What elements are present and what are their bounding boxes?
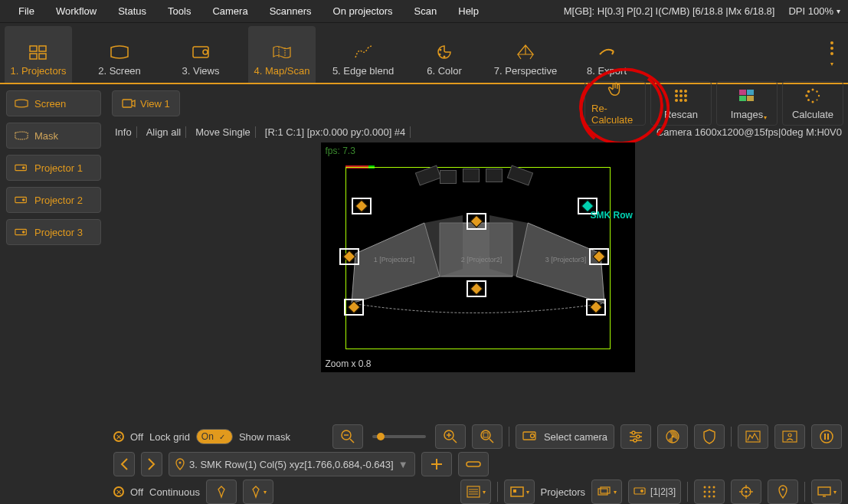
- view-tab-1[interactable]: View 1: [112, 90, 180, 116]
- tab-color[interactable]: 6. Color: [411, 26, 478, 83]
- svg-point-32: [817, 99, 818, 100]
- grid-dots-button[interactable]: [694, 479, 725, 504]
- svg-rect-1: [39, 46, 46, 51]
- menu-scan[interactable]: Scan: [404, 5, 448, 17]
- shield-button[interactable]: [694, 424, 725, 449]
- svg-point-57: [637, 435, 640, 438]
- menu-scanners[interactable]: Scanners: [259, 5, 323, 17]
- menu-tools[interactable]: Tools: [157, 5, 201, 17]
- showmask-label: Show mask: [239, 431, 290, 443]
- rescan-button[interactable]: Rescan: [650, 81, 712, 126]
- more-dot-icon: [830, 47, 833, 50]
- list-button[interactable]: ▾: [460, 479, 491, 504]
- menu-help[interactable]: Help: [447, 5, 489, 17]
- svg-rect-3: [39, 54, 46, 59]
- select-camera-label: Select camera: [544, 431, 607, 443]
- toggle-off-icon[interactable]: ✕: [113, 486, 124, 497]
- histogram-button[interactable]: [738, 424, 768, 449]
- calculate-button[interactable]: Calculate: [782, 81, 843, 126]
- pin-tool-button[interactable]: [206, 479, 237, 504]
- hazard-button[interactable]: [657, 424, 688, 449]
- sidebar-item-projector-1[interactable]: Projector 1: [6, 155, 101, 181]
- zoom-slider[interactable]: [372, 435, 426, 438]
- views-icon: [190, 44, 211, 61]
- navpoint-dropdown[interactable]: 3. SMK Row(1) Col(5) xyz[1.766,0.684,-0.…: [169, 452, 415, 476]
- frame-button[interactable]: ▾: [504, 479, 535, 504]
- tab-perspective[interactable]: 7. Perspective: [492, 26, 559, 83]
- edgeblend-icon: [352, 44, 374, 61]
- tab-label: 3. Views: [182, 65, 220, 77]
- tab-screen[interactable]: 2. Screen: [86, 26, 153, 83]
- svg-point-83: [709, 486, 711, 489]
- svg-point-53: [530, 434, 534, 438]
- align-all-button[interactable]: Align all: [142, 126, 187, 138]
- tab-views[interactable]: 3. Views: [167, 26, 234, 83]
- target-button[interactable]: [731, 479, 761, 504]
- sidebar-item-screen[interactable]: Screen: [6, 90, 101, 116]
- pin-tool-dropdown[interactable]: ▾: [243, 479, 273, 504]
- marker[interactable]: [467, 280, 486, 297]
- images-button[interactable]: Images ▾: [716, 81, 778, 126]
- menu-camera[interactable]: Camera: [201, 5, 258, 17]
- svg-point-22: [675, 99, 678, 102]
- svg-point-6: [440, 49, 442, 51]
- zoom-in-button[interactable]: [435, 424, 466, 449]
- pause-button[interactable]: [811, 424, 842, 449]
- marker[interactable]: [352, 198, 372, 214]
- svg-rect-52: [523, 432, 535, 440]
- person-frame-button[interactable]: [774, 424, 805, 449]
- recalculate-button[interactable]: Re-Calculate: [584, 81, 646, 126]
- preview-canvas[interactable]: fps: 7.3 Zoom x 0.8: [321, 142, 635, 372]
- sidebar-item-projector-3[interactable]: Projector 3: [6, 219, 101, 245]
- svg-point-87: [713, 491, 715, 493]
- settings-sliders-button[interactable]: [620, 424, 651, 449]
- zoom-out-button[interactable]: [332, 424, 363, 449]
- next-button[interactable]: [141, 452, 162, 476]
- tab-projectors[interactable]: 1. Projectors: [5, 26, 72, 83]
- svg-point-36: [807, 90, 810, 93]
- svg-point-34: [807, 99, 810, 101]
- divider: [731, 427, 732, 447]
- svg-point-30: [816, 90, 818, 93]
- projector-count-button[interactable]: [1|2|3]: [628, 479, 681, 504]
- view-tab-label: View 1: [140, 98, 170, 110]
- grid-icon: [673, 87, 689, 104]
- projector-layers-button[interactable]: ▾: [591, 479, 622, 504]
- menu-file[interactable]: File: [8, 5, 45, 17]
- action-label: Rescan: [664, 109, 698, 120]
- dpi-label: DPI 100%: [788, 5, 833, 17]
- info-button[interactable]: Info: [110, 126, 137, 138]
- prev-button[interactable]: [113, 452, 135, 476]
- move-single-button[interactable]: Move Single: [191, 126, 256, 138]
- tab-edgeblend[interactable]: 5. Edge blend: [329, 26, 397, 83]
- marker[interactable]: [586, 299, 606, 316]
- marker[interactable]: [467, 213, 486, 230]
- menu-on-projectors[interactable]: On projectors: [323, 5, 404, 17]
- slider-knob[interactable]: [377, 433, 385, 440]
- sidebar-item-mask[interactable]: Mask: [6, 123, 101, 149]
- sidebar-item-projector-2[interactable]: Projector 2: [6, 187, 101, 213]
- tab-label: 2. Screen: [98, 65, 141, 77]
- display-button[interactable]: ▾: [811, 479, 842, 504]
- on-pill[interactable]: On ✓: [196, 429, 233, 444]
- toggle-off-icon[interactable]: ✕: [113, 431, 124, 442]
- divider: [497, 482, 498, 502]
- pin-button[interactable]: [768, 479, 798, 504]
- menu-status[interactable]: Status: [107, 5, 157, 17]
- pin-icon: [175, 458, 185, 470]
- marker[interactable]: [339, 248, 359, 265]
- menu-workflow[interactable]: Workflow: [45, 5, 107, 17]
- check-icon: ✓: [217, 431, 228, 442]
- marker[interactable]: [344, 299, 364, 316]
- marker[interactable]: [589, 248, 609, 265]
- link-button[interactable]: [458, 452, 489, 476]
- select-camera-button[interactable]: Select camera: [516, 424, 614, 449]
- tab-mapscan[interactable]: 4. Map/Scan: [248, 26, 316, 83]
- zoom-fit-button[interactable]: [472, 424, 503, 449]
- add-point-button[interactable]: [421, 452, 452, 476]
- svg-point-23: [679, 99, 683, 102]
- projector-icon: [634, 487, 647, 496]
- tabs-more-button[interactable]: ▾: [820, 26, 843, 83]
- dpi-selector[interactable]: DPI 100% ▾: [788, 5, 840, 17]
- tab-export[interactable]: 8. Export: [573, 26, 640, 83]
